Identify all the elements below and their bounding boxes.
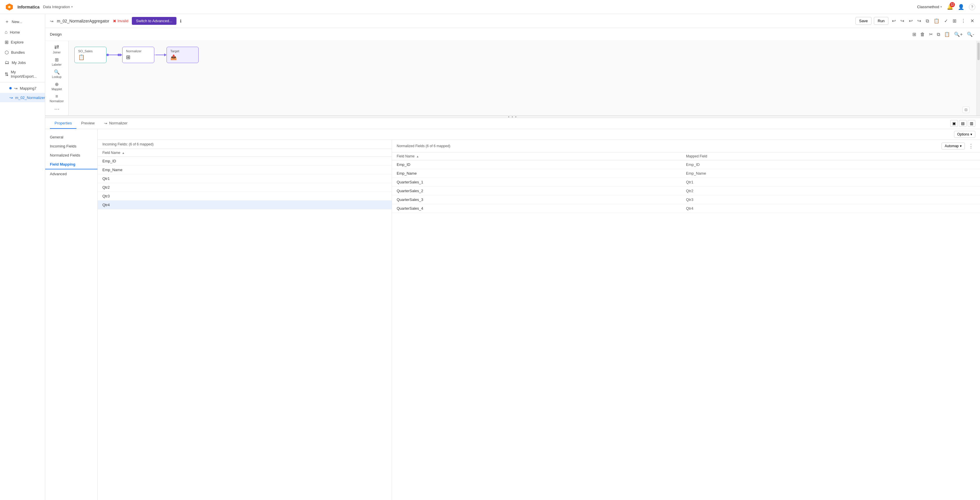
palette: ⇄ Joiner ⊞ Labeler 🔍 Lookup ⊕ Mapplet xyxy=(45,41,68,115)
normalized-more-button[interactable]: ⋮ xyxy=(967,142,975,150)
sidebar-general[interactable]: General xyxy=(45,133,97,142)
sidebar-incoming-fields[interactable]: Incoming Fields xyxy=(45,142,97,151)
palette-lookup[interactable]: 🔍 Lookup xyxy=(46,68,67,80)
zoom-in-button[interactable]: 🔍+ xyxy=(953,30,964,38)
design-canvas: ⇄ Joiner ⊞ Labeler 🔍 Lookup ⊕ Mapplet xyxy=(45,41,980,115)
normalized-fields-table-header: Field Name ▲ Mapped Field xyxy=(392,152,980,160)
info-icon[interactable]: ℹ xyxy=(180,19,181,23)
plus-icon: ＋ xyxy=(5,19,10,25)
tab-preview[interactable]: Preview xyxy=(76,118,99,129)
save-button[interactable]: Save xyxy=(856,17,872,25)
normalized-row-5[interactable]: QuarterSales_4 Qtr4 xyxy=(392,204,980,213)
zoom-out-button[interactable]: 🔍- xyxy=(966,30,975,38)
target-node[interactable]: Target 📤 xyxy=(167,47,199,63)
normalized-row-0[interactable]: Emp_ID Emp_ID xyxy=(392,160,980,169)
mapping7-dot xyxy=(10,87,12,89)
paste-button[interactable]: 📋 xyxy=(932,17,940,25)
tab-properties[interactable]: Properties xyxy=(50,118,76,129)
user-icon[interactable]: 👤 xyxy=(958,4,964,10)
incoming-row-3[interactable]: Qtr2 xyxy=(98,183,392,192)
undo-button[interactable]: ↩ xyxy=(891,17,897,25)
sidebar-normalized-fields[interactable]: Normalized Fields xyxy=(45,151,97,160)
source-node-icon: 📋 xyxy=(78,54,84,61)
sidebar-item-explore[interactable]: ⊞ Explore xyxy=(0,37,45,47)
sort-icon: ▲ xyxy=(122,151,125,155)
view-single-button[interactable]: ▣ xyxy=(950,120,958,127)
more-options-button[interactable]: ⋮ xyxy=(960,17,967,25)
brand-label: Informatica xyxy=(18,5,40,10)
incoming-row-4[interactable]: Qtr3 xyxy=(98,192,392,201)
undo2-button[interactable]: ↩ xyxy=(908,17,914,25)
normalized-row-4[interactable]: QuarterSales_3 Qtr3 xyxy=(392,195,980,204)
normalizer-node[interactable]: Normalizer ⊞ xyxy=(122,47,154,63)
sidebar-advanced[interactable]: Advanced xyxy=(45,169,97,179)
redo2-button[interactable]: ↪ xyxy=(916,17,922,25)
sidebar-item-home[interactable]: ⌂ Home xyxy=(0,27,45,37)
delete-button[interactable]: 🗑 xyxy=(919,30,926,38)
normalized-row-2[interactable]: QuarterSales_1 Qtr1 xyxy=(392,178,980,187)
tab-normalizer[interactable]: ↝ Normalizer xyxy=(99,118,132,129)
redo-button[interactable]: ↪ xyxy=(899,17,905,25)
incoming-row-5[interactable]: Qtr4 xyxy=(98,201,392,209)
help-icon[interactable]: ? xyxy=(969,4,975,10)
grid-view-button[interactable]: ⊞ xyxy=(911,30,917,38)
mapping-header-icon: ↝ xyxy=(50,19,53,23)
resize-handle[interactable]: • • • xyxy=(45,116,980,118)
jobs-icon: 🗂 xyxy=(5,60,10,65)
palette-normalizer[interactable]: ≡ Normalizer xyxy=(46,93,67,104)
header-actions: Save Run ↩ ↪ ↩ ↪ ⧉ 📋 ✓ ⊞ ⋮ ✕ xyxy=(856,17,975,25)
normalized-actions: Automap ▾ ⋮ xyxy=(942,142,975,150)
sidebar-item-m02[interactable]: ↝ m_02_Normalizer... xyxy=(0,93,45,102)
arrow-head2 xyxy=(164,53,167,56)
palette-joiner[interactable]: ⇄ Joiner xyxy=(46,42,67,55)
close-button[interactable]: ✕ xyxy=(969,17,975,25)
view-panel-button[interactable]: ▥ xyxy=(968,120,975,127)
incoming-row-2[interactable]: Qtr1 xyxy=(98,174,392,183)
informatica-logo xyxy=(5,2,14,12)
sidebar-item-mapping7[interactable]: ↝ Mapping7 xyxy=(0,83,45,93)
mapping-title: m_02_NormalizerAggregator xyxy=(57,19,110,23)
fit-canvas-button[interactable]: ⊡ xyxy=(963,107,969,113)
top-nav-right: Classmethod ▾ 🔔 12 👤 ? xyxy=(917,4,975,10)
normalized-fields-table: Emp_ID Emp_ID Emp_Name Emp_Name QuarterS… xyxy=(392,160,980,500)
sidebar-item-bundles[interactable]: ⬡ Bundles xyxy=(0,47,45,58)
normalized-row-3[interactable]: QuarterSales_2 Qtr2 xyxy=(392,187,980,195)
props-content: General Incoming Fields Normalized Field… xyxy=(45,129,980,500)
m02-icon: ↝ xyxy=(10,95,13,100)
properties-panel: Properties Preview ↝ Normalizer ▣ ▤ ▥ xyxy=(45,118,980,500)
sidebar-item-my-jobs[interactable]: 🗂 My Jobs xyxy=(0,58,45,67)
sidebar-item-new[interactable]: ＋ New... xyxy=(0,16,45,27)
sidebar-item-import-export[interactable]: ⇅ My Import/Export... xyxy=(0,67,45,81)
automap-button[interactable]: Automap ▾ xyxy=(942,142,965,150)
source-node[interactable]: SO_Sales 📋 xyxy=(75,47,107,63)
normalizer-tab-icon: ↝ xyxy=(104,121,107,125)
options-button[interactable]: Options ▾ xyxy=(954,131,975,138)
notification-area: 🔔 12 xyxy=(947,4,953,10)
sidebar-field-mapping[interactable]: Field Mapping xyxy=(45,160,97,169)
check-button[interactable]: ✓ xyxy=(943,17,949,25)
copy2-button[interactable]: ⧉ xyxy=(935,30,941,38)
design-label: Design ⊞ 🗑 ✂ ⧉ 📋 🔍+ 🔍- xyxy=(45,28,980,41)
run-button[interactable]: Run xyxy=(874,17,888,25)
normalized-fields-section: Normalized Fields (6 of 6 mapped) Automa… xyxy=(392,140,980,500)
section-label[interactable]: Data Integration ▾ xyxy=(43,5,73,9)
arrow-head xyxy=(120,53,122,56)
sidebar: ＋ New... ⌂ Home ⊞ Explore ⬡ Bundles 🗂 My… xyxy=(0,14,45,500)
switch-advanced-button[interactable]: Switch to Advanced... xyxy=(132,17,176,25)
normalized-row-1[interactable]: Emp_Name Emp_Name xyxy=(392,169,980,178)
paste2-button[interactable]: 📋 xyxy=(943,30,951,38)
palette-mapplet[interactable]: ⊕ Mapplet xyxy=(46,80,67,92)
grid-button[interactable]: ⊞ xyxy=(951,17,958,25)
palette-labeler[interactable]: ⊞ Labeler xyxy=(46,56,67,67)
incoming-row-1[interactable]: Emp_Name xyxy=(98,166,392,174)
sort-icon-2: ▲ xyxy=(416,155,419,158)
classmethod-button[interactable]: Classmethod ▾ xyxy=(917,5,942,9)
view-split-button[interactable]: ▤ xyxy=(959,120,967,127)
canvas-scrollbar[interactable] xyxy=(977,41,980,115)
design-toolbar: ⊞ 🗑 ✂ ⧉ 📋 🔍+ 🔍- xyxy=(911,30,975,38)
incoming-row-0[interactable]: Emp_ID xyxy=(98,157,392,166)
copy-button[interactable]: ⧉ xyxy=(924,17,930,25)
cut-button[interactable]: ✂ xyxy=(928,30,934,38)
incoming-fields-table-header: Field Name ▲ xyxy=(98,149,392,157)
palette-more[interactable]: ⋯ xyxy=(46,105,67,114)
